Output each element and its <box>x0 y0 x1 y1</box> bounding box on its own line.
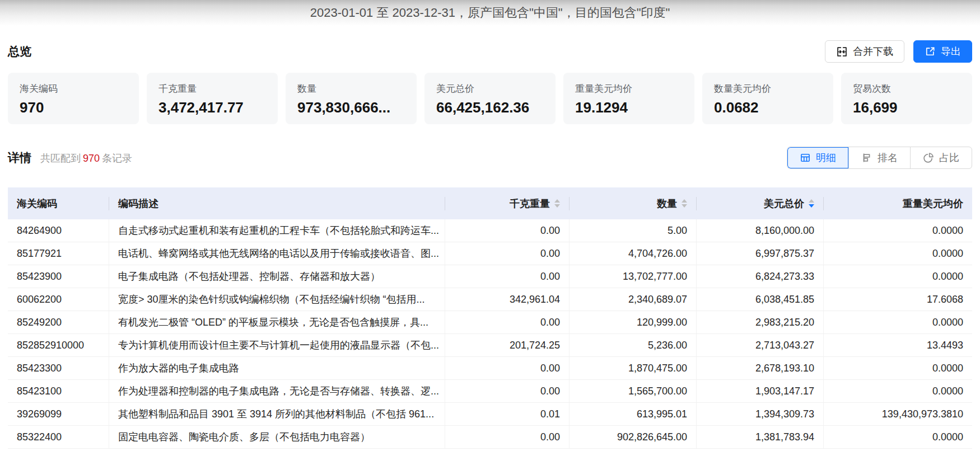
match-count: 970 <box>81 153 102 164</box>
quantity-cell: 902,826,645.00 <box>570 426 697 448</box>
sort-control-kg-weight[interactable] <box>554 199 560 208</box>
usd-total-cell: 6,038,451.85 <box>697 288 824 311</box>
hs-code-cell: 85423900 <box>8 265 109 288</box>
table-icon <box>800 152 811 163</box>
merge-download-button[interactable]: 合并下载 <box>825 40 904 63</box>
table-row: 60062200 宽度> 30厘米的染色针织或钩编棉织物（不包括经编针织物 “包… <box>8 288 972 311</box>
weight-avg-price-cell: 0.0000 <box>824 311 972 333</box>
col-header-description: 编码描述 <box>109 197 445 210</box>
quantity-cell: 5.00 <box>570 219 697 242</box>
col-header-weight-avg-price: 重量美元均价 <box>824 197 972 210</box>
stat-value: 973,830,666... <box>297 99 405 116</box>
table-row: 39269099 其他塑料制品和品目 3901 至 3914 所列的其他材料制品… <box>8 403 972 426</box>
hs-code-cell: 85423300 <box>8 357 109 379</box>
tab-detail[interactable]: 明细 <box>787 147 848 168</box>
match-summary: 共匹配到970条记录 <box>40 152 132 165</box>
table-body: 84264900 自走式移动式起重机和装有起重机的工程卡车（不包括轮胎式和跨运车… <box>8 219 972 449</box>
weight-avg-price-cell: 13.4493 <box>824 334 972 356</box>
usd-total-cell: 8,160,000.00 <box>697 219 824 242</box>
col-header-hs-code: 海关编码 <box>8 197 109 210</box>
stat-label: 海关编码 <box>20 82 127 95</box>
hs-code-cell: 60062200 <box>8 288 109 311</box>
merge-cells-icon <box>836 46 848 58</box>
description-cell: 电话机、蜂窝网络或其他无线网络的电话以及用于传输或接收语音、图... <box>109 242 445 265</box>
kg-weight-cell: 0.01 <box>445 403 570 425</box>
kg-weight-cell: 0.00 <box>445 219 570 242</box>
tab-ranking-label: 排名 <box>878 151 898 164</box>
table-header-row: 海关编码 编码描述 千克重量 数量 美元总价 重量美元均价 <box>8 187 972 219</box>
stat-card-weight-avg-price: 重量美元均价 19.1294 <box>563 73 694 124</box>
sort-control-usd-total[interactable] <box>809 199 814 208</box>
sort-control-quantity[interactable] <box>682 199 687 208</box>
export-label: 导出 <box>941 45 961 58</box>
tab-proportion[interactable]: 占比 <box>910 147 972 168</box>
usd-total-cell: 2,678,193.10 <box>697 357 824 379</box>
pie-icon <box>923 152 934 163</box>
quantity-cell: 13,702,777.00 <box>570 265 697 288</box>
stat-value: 970 <box>20 99 127 116</box>
stat-card-kg-weight: 千克重量 3,472,417.77 <box>147 73 278 124</box>
hs-code-cell: 84264900 <box>8 219 109 242</box>
overview-heading: 总览 <box>8 44 31 59</box>
filter-summary-text: 2023-01-01 至 2023-12-31，原产国包含"中国"，目的国包含"… <box>310 4 670 21</box>
table-row: 85423300 作为放大器的电子集成电路 0.00 1,870,475.00 … <box>8 357 972 380</box>
stat-label: 千克重量 <box>158 82 266 95</box>
col-header-label: 美元总价 <box>764 197 804 210</box>
overview-bar: 总览 合并下载 导出 <box>0 26 980 63</box>
quantity-cell: 2,340,689.07 <box>570 288 697 311</box>
filter-summary-banner: 2023-01-01 至 2023-12-31，原产国包含"中国"，目的国包含"… <box>0 0 980 26</box>
usd-total-cell: 1,394,309.73 <box>697 403 824 425</box>
weight-avg-price-cell: 17.6068 <box>824 288 972 311</box>
description-cell: 作为放大器的电子集成电路 <box>109 357 445 379</box>
weight-avg-price-cell: 0.0000 <box>824 265 972 288</box>
kg-weight-cell: 0.00 <box>445 426 570 448</box>
kg-weight-cell: 0.00 <box>445 311 570 333</box>
tab-detail-label: 明细 <box>816 151 836 164</box>
table-row: 84264900 自走式移动式起重机和装有起重机的工程卡车（不包括轮胎式和跨运车… <box>8 219 972 242</box>
col-header-label: 千克重量 <box>510 197 550 210</box>
stat-value: 16,699 <box>853 99 960 116</box>
quantity-cell: 1,565,700.00 <box>570 380 697 402</box>
stat-label: 数量美元均价 <box>714 82 822 95</box>
description-cell: 作为处理器和控制器的电子集成电路，无论是否与存储器、转换器、逻... <box>109 380 445 402</box>
kg-weight-cell: 201,724.25 <box>445 334 570 356</box>
table-row: 85322400 固定电电容器、陶瓷电介质、多层（不包括电力电容器） 0.00 … <box>8 426 972 449</box>
hs-code-cell: 85322400 <box>8 426 109 448</box>
stat-value: 19.1294 <box>575 99 683 116</box>
tab-ranking[interactable]: 排名 <box>848 147 910 168</box>
quantity-cell: 5,236.00 <box>570 334 697 356</box>
details-heading: 详情 <box>8 150 31 166</box>
col-header-usd-total[interactable]: 美元总价 <box>697 197 824 210</box>
usd-total-cell: 2,983,215.20 <box>697 311 824 333</box>
kg-weight-cell: 0.00 <box>445 265 570 288</box>
col-header-kg-weight[interactable]: 千克重量 <box>445 197 570 210</box>
hs-code-cell: 85423100 <box>8 380 109 402</box>
stat-cards: 海关编码 970 千克重量 3,472,417.77 数量 973,830,66… <box>0 63 980 124</box>
stat-label: 数量 <box>297 82 405 95</box>
usd-total-cell: 6,824,273.33 <box>697 265 824 288</box>
weight-avg-price-cell: 0.0000 <box>824 242 972 265</box>
description-cell: 其他塑料制品和品目 3901 至 3914 所列的其他材料制品（不包括 961.… <box>109 403 445 425</box>
quantity-cell: 1,870,475.00 <box>570 357 697 379</box>
merge-download-label: 合并下载 <box>853 45 893 58</box>
kg-weight-cell: 342,961.04 <box>445 288 570 311</box>
usd-total-cell: 1,903,147.17 <box>697 380 824 402</box>
kg-weight-cell: 0.00 <box>445 357 570 379</box>
description-cell: 电子集成电路（不包括处理器、控制器、存储器和放大器） <box>109 265 445 288</box>
stat-label: 重量美元均价 <box>575 82 683 95</box>
detail-table: 海关编码 编码描述 千克重量 数量 美元总价 重量美元均价 84264900 自… <box>8 187 972 449</box>
stat-card-quantity: 数量 973,830,666... <box>286 73 417 124</box>
match-suffix: 条记录 <box>102 153 132 164</box>
rank-icon <box>861 152 872 163</box>
weight-avg-price-cell: 0.0000 <box>824 357 972 379</box>
kg-weight-cell: 0.00 <box>445 380 570 402</box>
export-button[interactable]: 导出 <box>913 40 972 63</box>
hs-code-cell: 39269099 <box>8 403 109 425</box>
table-row: 85423100 作为处理器和控制器的电子集成电路，无论是否与存储器、转换器、逻… <box>8 380 972 403</box>
col-header-quantity[interactable]: 数量 <box>570 197 697 210</box>
usd-total-cell: 2,713,043.27 <box>697 334 824 356</box>
quantity-cell: 120,999.00 <box>570 311 697 333</box>
stat-card-usd-total: 美元总价 66,425,162.36 <box>424 73 556 124</box>
table-row: 85177921 电话机、蜂窝网络或其他无线网络的电话以及用于传输或接收语音、图… <box>8 242 972 265</box>
details-left: 详情 共匹配到970条记录 <box>8 150 132 166</box>
